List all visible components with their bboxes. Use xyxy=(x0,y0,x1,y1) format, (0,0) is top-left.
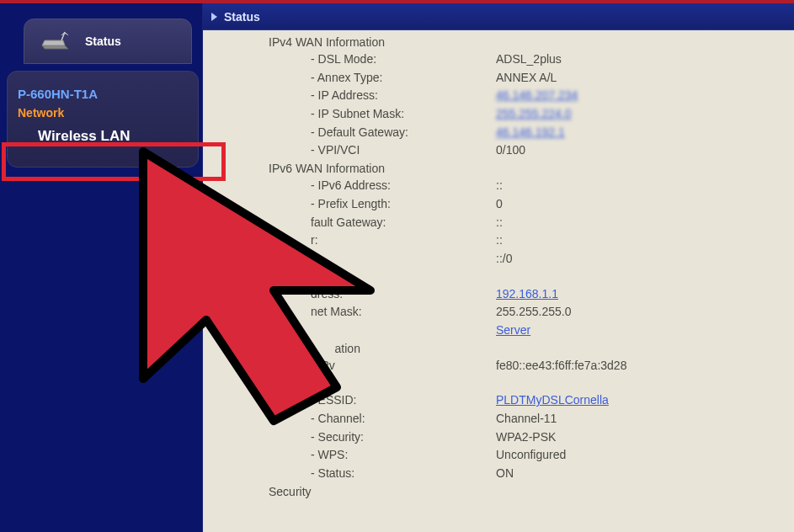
row-wlan-status: - Status:ON xyxy=(220,465,787,483)
label: - ESSID: xyxy=(311,391,496,410)
label: net Mask: xyxy=(311,303,496,322)
label: - DSL Mode: xyxy=(311,51,496,69)
row-ip-address: - IP Address:46.146.207.234 xyxy=(220,87,787,105)
sidebar: Status P-660HN-T1A Network Wireless LAN xyxy=(0,3,202,532)
row-ipv6-address: - IPv6 Address::: xyxy=(220,177,787,195)
value: 255.255.255.0 xyxy=(496,303,787,322)
row-dsl-mode: - DSL Mode:ADSL_2plus xyxy=(220,51,787,69)
nav-network-label: Network xyxy=(18,106,64,120)
row-ipv6-p: :::/0 xyxy=(220,250,787,269)
row-prefix-length: - Prefix Length:0 xyxy=(220,195,787,214)
row-vpi-vci: - VPI/VCI0/100 xyxy=(220,141,787,160)
link-server[interactable]: Server xyxy=(496,323,530,337)
row-subnet-mask: - IP Subnet Mask:255.255.224.0 xyxy=(220,105,787,124)
section-lan-ipv6: IPv6 ation xyxy=(220,342,787,355)
section-lan-ipv4: ation xyxy=(220,270,787,284)
label: fault Gateway: xyxy=(311,214,496,232)
nav-item-wireless-lan[interactable]: Wireless LAN xyxy=(14,121,191,152)
row-essid: - ESSID:PLDTMyDSLCornella xyxy=(220,391,787,410)
label: - Prefix Length: xyxy=(311,195,496,214)
nav-item-network[interactable]: Network xyxy=(14,106,191,120)
label: : xyxy=(311,250,496,269)
value: fe80::ee43:f6ff:fe7a:3d28 xyxy=(496,357,787,375)
label: - Status: xyxy=(311,465,496,483)
section-ipv4-wan: IPv4 WAN Information xyxy=(220,35,787,49)
section-wlan: WLAN Info xyxy=(220,376,787,390)
label: - Channel: xyxy=(311,410,496,428)
value: 0 xyxy=(496,195,787,214)
link-lan-ip[interactable]: 192.168.1.1 xyxy=(496,287,558,301)
content-header: Status xyxy=(203,3,794,30)
value: 0/100 xyxy=(496,141,787,160)
label: - IP Address: xyxy=(311,87,496,105)
row-security: - Security:WPA2-PSK xyxy=(220,428,787,447)
row-lan-ipv6: - IPvfe80::ee43:f6ff:fe7a:3d28 xyxy=(220,357,787,375)
row-lan-address: dress:192.168.1.1 xyxy=(220,285,787,304)
value: Unconfigured xyxy=(496,446,787,465)
row-ipv6-r: r::: xyxy=(220,231,787,250)
row-lan-server: Server xyxy=(220,322,787,340)
value: :: xyxy=(496,231,787,250)
header-title: Status xyxy=(224,10,260,24)
header-triangle-icon xyxy=(211,13,217,21)
section-security: Security xyxy=(220,485,787,498)
row-ipv6-gateway: fault Gateway::: xyxy=(220,214,787,232)
main-layout: Status P-660HN-T1A Network Wireless LAN … xyxy=(0,3,794,532)
value: :: xyxy=(496,177,787,195)
label: - IP Subnet Mask: xyxy=(311,105,496,124)
modem-icon xyxy=(40,29,73,53)
content-area: Status IPv4 WAN Information - DSL Mode:A… xyxy=(202,3,794,532)
link-subnet-mask[interactable]: 255.255.224.0 xyxy=(496,107,572,120)
row-lan-subnet: net Mask:255.255.255.0 xyxy=(220,303,787,322)
sidebar-status-tab[interactable]: Status xyxy=(24,19,192,64)
value: ADSL_2plus xyxy=(496,51,787,69)
link-ip-address[interactable]: 46.146.207.234 xyxy=(496,88,578,102)
row-channel: - Channel:Channel-11 xyxy=(220,410,787,428)
label: - Default Gateway: xyxy=(311,124,496,142)
link-essid[interactable]: PLDTMyDSLCornella xyxy=(496,393,609,407)
label: r: xyxy=(311,231,496,250)
value: ::/0 xyxy=(496,250,787,269)
label: - IPv xyxy=(311,357,496,375)
row-default-gateway: - Default Gateway:46.146.192.1 xyxy=(220,124,787,142)
value: ANNEX A/L xyxy=(496,69,787,88)
device-name: P-660HN-T1A xyxy=(14,87,191,101)
label: dress: xyxy=(311,285,496,304)
link-default-gateway[interactable]: 46.146.192.1 xyxy=(496,125,565,139)
nav-panel: P-660HN-T1A Network Wireless LAN xyxy=(7,71,199,168)
nav-wlan-label: Wireless LAN xyxy=(14,121,191,152)
label xyxy=(311,322,496,340)
value: Channel-11 xyxy=(496,410,787,428)
value: :: xyxy=(496,214,787,232)
label: - VPI/VCI xyxy=(311,141,496,160)
label: - IPv6 Address: xyxy=(311,177,496,195)
label: - Annex Type: xyxy=(311,69,496,88)
status-tab-label: Status xyxy=(85,35,121,48)
row-wps: - WPS:Unconfigured xyxy=(220,446,787,465)
status-panel: IPv4 WAN Information - DSL Mode:ADSL_2pl… xyxy=(203,30,794,532)
value: ON xyxy=(496,465,787,483)
label: - Security: xyxy=(311,428,496,447)
label: - WPS: xyxy=(311,446,496,465)
row-annex-type: - Annex Type:ANNEX A/L xyxy=(220,69,787,88)
value: WPA2-PSK xyxy=(496,428,787,447)
section-ipv6-wan: IPv6 WAN Information xyxy=(220,162,787,175)
